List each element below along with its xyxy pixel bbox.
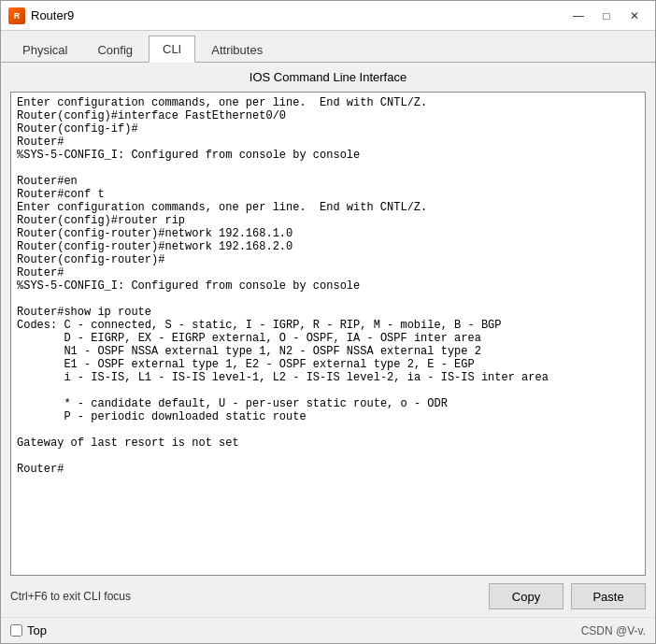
bottom-bar: Ctrl+F6 to exit CLI focus Copy Paste	[1, 576, 655, 617]
minimize-button[interactable]: —	[565, 6, 592, 26]
top-label: Top	[27, 623, 47, 637]
router-icon-badge: R	[8, 7, 25, 24]
section-title: IOS Command Line Interface	[1, 63, 655, 92]
cli-terminal[interactable]: Enter configuration commands, one per li…	[10, 92, 646, 576]
title-bar-left: R Router9	[8, 7, 74, 24]
tab-bar: Physical Config CLI Attributes	[1, 31, 655, 63]
close-button[interactable]: ✕	[621, 6, 648, 26]
copy-button[interactable]: Copy	[489, 583, 563, 609]
tab-attributes[interactable]: Attributes	[197, 36, 277, 63]
top-checkbox-area: Top	[10, 623, 47, 637]
maximize-button[interactable]: □	[593, 6, 620, 26]
cli-container: Enter configuration commands, one per li…	[10, 92, 646, 576]
top-checkbox[interactable]	[10, 624, 22, 637]
tab-config[interactable]: Config	[83, 36, 147, 63]
app-icon: R	[8, 7, 25, 24]
action-buttons: Copy Paste	[489, 583, 646, 609]
main-window: R Router9 — □ ✕ Physical Config CLI Attr…	[0, 0, 656, 644]
tab-physical[interactable]: Physical	[8, 36, 81, 63]
shortcut-hint: Ctrl+F6 to exit CLI focus	[10, 590, 131, 603]
tab-cli[interactable]: CLI	[149, 36, 195, 63]
footer-brand: CSDN @V-v.	[581, 624, 646, 637]
window-title: Router9	[31, 8, 74, 22]
footer-bar: Top CSDN @V-v.	[1, 617, 655, 643]
paste-button[interactable]: Paste	[571, 583, 646, 609]
title-bar: R Router9 — □ ✕	[1, 1, 655, 31]
window-controls: — □ ✕	[565, 6, 648, 26]
